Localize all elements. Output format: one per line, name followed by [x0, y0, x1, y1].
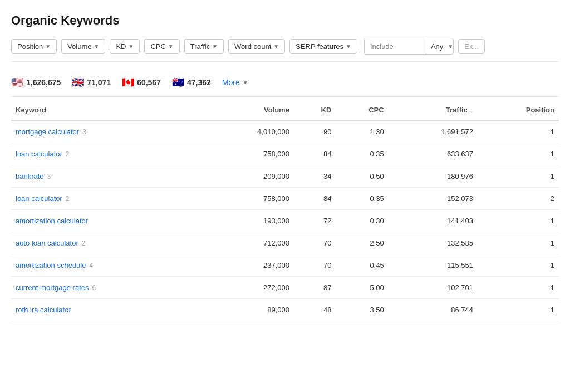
keyword-link-4[interactable]: amortization calculator [16, 217, 88, 225]
position-cell-3: 2 [478, 188, 559, 210]
keyword-link-3[interactable]: loan calculator [16, 194, 62, 203]
filter-btn-serp-features[interactable]: SERP features▼ [289, 39, 357, 54]
th-volume: Volume [205, 100, 294, 120]
country-item-0[interactable]: 🇺🇸1,626,675 [11, 76, 61, 89]
country-item-2[interactable]: 🇨🇦60,567 [122, 76, 161, 89]
kd-cell-1: 84 [294, 143, 336, 165]
kd-cell-6: 70 [294, 254, 336, 277]
table-row: auto loan calculator2712,000702.50132,58… [11, 232, 559, 254]
position-cell-7: 1 [478, 277, 559, 299]
filter-btn-position[interactable]: Position▼ [11, 39, 57, 54]
traffic-cell-1: 633,637 [389, 143, 478, 165]
main-container: Organic Keywords Position▼Volume▼KD▼CPC▼… [0, 0, 570, 321]
position-cell-5: 1 [478, 232, 559, 254]
keyword-cell-6: amortization schedule4 [11, 254, 205, 277]
position-cell-1: 1 [478, 143, 559, 165]
table-row: mortgage calculator34,010,000901.301,691… [11, 120, 559, 143]
kd-cell-2: 34 [294, 165, 336, 188]
volume-cell-0: 4,010,000 [205, 120, 294, 143]
th-keyword: Keyword [11, 100, 205, 120]
keyword-link-5[interactable]: auto loan calculator [16, 239, 78, 247]
filter-btn-cpc[interactable]: CPC▼ [144, 39, 179, 54]
table-row: amortization calculator193,000720.30141,… [11, 210, 559, 232]
filter-btn-volume[interactable]: Volume▼ [61, 39, 105, 54]
filter-btn-kd[interactable]: KD▼ [110, 39, 140, 54]
any-button[interactable]: Any [426, 40, 448, 53]
country-count-2: 60,567 [137, 78, 161, 87]
flag-icon-0: 🇺🇸 [11, 76, 23, 89]
keywords-table: KeywordVolumeKDCPCTraffic ↓Position mort… [11, 100, 559, 321]
include-input[interactable] [365, 40, 426, 53]
kd-cell-7: 87 [294, 277, 336, 299]
cpc-cell-7: 5.00 [336, 277, 388, 299]
word-count-badge-5: 2 [82, 239, 86, 247]
keyword-cell-3: loan calculator2 [11, 188, 205, 210]
traffic-chevron-icon: ▼ [212, 43, 218, 50]
table-row: loan calculator2758,000840.35152,0732 [11, 188, 559, 210]
cpc-cell-8: 3.50 [336, 299, 388, 321]
th-kd: KD [294, 100, 336, 120]
country-row: 🇺🇸1,626,675🇬🇧71,071🇨🇦60,567🇦🇺47,362 More… [11, 71, 559, 97]
any-chevron-icon: ▼ [448, 43, 453, 50]
table-row: roth ira calculator89,000483.5086,7441 [11, 299, 559, 321]
position-cell-6: 1 [478, 254, 559, 277]
keyword-link-1[interactable]: loan calculator [16, 150, 62, 158]
volume-cell-4: 193,000 [205, 210, 294, 232]
filter-btn-traffic[interactable]: Traffic▼ [184, 39, 224, 54]
keyword-link-0[interactable]: mortgage calculator [16, 128, 79, 136]
keyword-cell-1: loan calculator2 [11, 143, 205, 165]
position-cell-4: 1 [478, 210, 559, 232]
keyword-link-7[interactable]: current mortgage rates [16, 283, 89, 292]
volume-cell-3: 758,000 [205, 188, 294, 210]
table-row: current mortgage rates6272,000875.00102,… [11, 277, 559, 299]
traffic-cell-6: 115,551 [389, 254, 478, 277]
country-count-3: 47,362 [187, 78, 211, 87]
word-count-badge-6: 4 [89, 262, 93, 270]
volume-chevron-icon: ▼ [94, 43, 100, 50]
traffic-cell-7: 102,701 [389, 277, 478, 299]
keywords-table-wrapper: KeywordVolumeKDCPCTraffic ↓Position mort… [11, 100, 559, 321]
exclude-button[interactable]: Ex... [458, 39, 485, 54]
filter-btn-word-count[interactable]: Word count▼ [228, 39, 285, 54]
cpc-cell-5: 2.50 [336, 232, 388, 254]
kd-cell-0: 90 [294, 120, 336, 143]
kd-chevron-icon: ▼ [129, 43, 134, 50]
volume-cell-8: 89,000 [205, 299, 294, 321]
th-traffic: Traffic ↓ [389, 100, 478, 120]
country-count-1: 71,071 [87, 78, 111, 87]
traffic-cell-4: 141,403 [389, 210, 478, 232]
more-button[interactable]: More ▼ [222, 78, 248, 87]
keyword-cell-4: amortization calculator [11, 210, 205, 232]
flag-icon-2: 🇨🇦 [122, 76, 134, 89]
keyword-cell-7: current mortgage rates6 [11, 277, 205, 299]
cpc-cell-6: 0.45 [336, 254, 388, 277]
table-row: amortization schedule4237,000700.45115,5… [11, 254, 559, 277]
table-row: bankrate3209,000340.50180,9761 [11, 165, 559, 188]
word-count-badge-2: 3 [47, 173, 51, 180]
word-count-badge-1: 2 [66, 150, 70, 158]
country-item-1[interactable]: 🇬🇧71,071 [72, 76, 111, 89]
position-cell-2: 1 [478, 165, 559, 188]
position-cell-0: 1 [478, 120, 559, 143]
kd-cell-5: 70 [294, 232, 336, 254]
serp-features-chevron-icon: ▼ [346, 43, 351, 50]
position-cell-8: 1 [478, 299, 559, 321]
cpc-cell-4: 0.30 [336, 210, 388, 232]
keyword-cell-0: mortgage calculator3 [11, 120, 205, 143]
keyword-link-8[interactable]: roth ira calculator [16, 306, 71, 314]
cpc-cell-1: 0.35 [336, 143, 388, 165]
kd-cell-8: 48 [294, 299, 336, 321]
volume-cell-5: 712,000 [205, 232, 294, 254]
keyword-link-6[interactable]: amortization schedule [16, 261, 86, 270]
keyword-link-2[interactable]: bankrate [16, 172, 44, 180]
th-cpc: CPC [336, 100, 388, 120]
include-group[interactable]: Any ▼ [364, 38, 454, 55]
cpc-chevron-icon: ▼ [168, 43, 174, 50]
keyword-cell-5: auto loan calculator2 [11, 232, 205, 254]
word-count-badge-7: 6 [92, 284, 96, 292]
flag-icon-3: 🇦🇺 [172, 76, 184, 89]
traffic-cell-0: 1,691,572 [389, 120, 478, 143]
kd-cell-4: 72 [294, 210, 336, 232]
flag-icon-1: 🇬🇧 [72, 76, 84, 89]
country-item-3[interactable]: 🇦🇺47,362 [172, 76, 211, 89]
